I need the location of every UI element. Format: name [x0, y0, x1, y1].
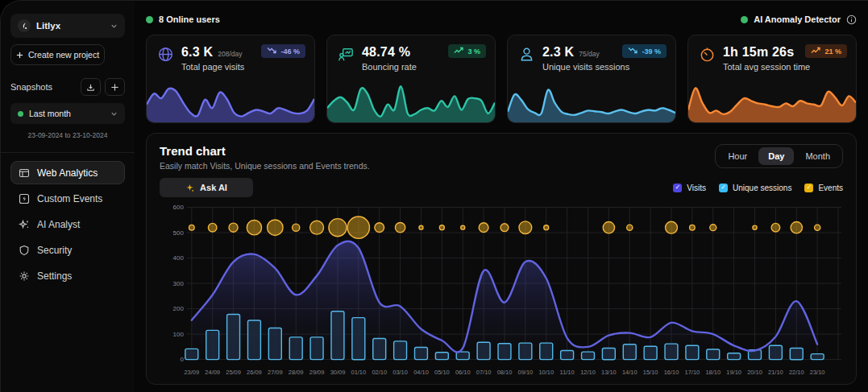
svg-text:18/10: 18/10	[705, 369, 721, 376]
svg-text:600: 600	[173, 204, 185, 211]
sessions-bar	[185, 349, 198, 359]
trend-badge: 21 %	[805, 44, 847, 58]
anomaly-status-dot	[741, 16, 748, 23]
legend-label: Visits	[687, 184, 706, 192]
stat-sparkline	[147, 80, 314, 122]
legend-checkbox[interactable]: ✓	[804, 184, 813, 192]
svg-text:16/10: 16/10	[664, 369, 679, 376]
snapshot-period-select[interactable]: Last month	[10, 103, 125, 124]
trend-chart-area: 0100200300400500600 23/0924/0925/0926/09…	[160, 202, 843, 386]
sidebar-item-security[interactable]: Security	[10, 238, 125, 262]
sessions-bar	[435, 353, 448, 360]
sessions-bar	[268, 328, 281, 359]
events-bubble	[208, 223, 217, 232]
toggle-hour[interactable]: Hour	[718, 147, 757, 165]
stat-value: 48.74 %	[362, 45, 410, 60]
svg-text:06/10: 06/10	[455, 369, 471, 376]
svg-text:27/09: 27/09	[268, 369, 283, 376]
project-name: Litlyx	[36, 21, 105, 31]
sidebar-item-custom-events[interactable]: Custom Events	[10, 187, 125, 210]
svg-text:10/10: 10/10	[538, 369, 554, 376]
svg-text:200: 200	[173, 305, 185, 312]
sessions-bar	[519, 343, 532, 360]
user-icon	[518, 46, 535, 63]
svg-text:05/10: 05/10	[434, 369, 450, 376]
topbar: 8 Online users AI Anomaly Detector	[146, 12, 857, 27]
ask-ai-button[interactable]: Ask AI	[160, 178, 253, 197]
sidebar-item-web-analytics[interactable]: Web Analytics	[10, 161, 125, 184]
stat-title: Total page visits	[181, 62, 244, 72]
add-snapshot-button[interactable]	[105, 78, 125, 96]
trend-badge: -39 %	[622, 44, 667, 58]
svg-text:500: 500	[173, 229, 185, 237]
project-selector[interactable]: Litlyx	[10, 14, 125, 38]
events-bubble	[293, 224, 300, 231]
events-bubble	[310, 221, 324, 234]
events-bubble	[500, 224, 509, 232]
sidebar-item-label: Custom Events	[37, 193, 102, 204]
sessions-bar	[394, 341, 407, 360]
events-bubble	[229, 223, 238, 232]
trend-badge-value: -39 %	[642, 47, 661, 56]
sidebar-item-settings[interactable]: Settings	[10, 264, 125, 287]
svg-text:11/10: 11/10	[560, 369, 575, 376]
stat-title: Unique visits sessions	[542, 62, 629, 72]
svg-text:23/09: 23/09	[184, 369, 199, 376]
event-bolt-icon	[18, 192, 30, 204]
download-icon	[86, 83, 95, 92]
events-bubble	[347, 217, 369, 238]
main-content: 8 Online users AI Anomaly Detector 6.3 K…	[135, 1, 868, 392]
info-icon[interactable]	[846, 14, 857, 25]
trend-badge-value: -46 %	[280, 47, 300, 56]
stat-rate: 208/day	[218, 50, 242, 58]
trend-chart-subtitle: Easily match Visits, Unique sessions and…	[160, 161, 370, 171]
sessions-bar	[707, 349, 720, 360]
legend-checkbox[interactable]: ✓	[673, 184, 682, 192]
sessions-bar	[331, 312, 344, 360]
events-bubble	[329, 219, 347, 237]
legend-item-visits[interactable]: ✓ Visits	[673, 184, 706, 192]
toggle-month[interactable]: Month	[795, 147, 840, 165]
browser-analytics-icon	[18, 167, 30, 179]
sessions-bar	[415, 347, 428, 359]
events-bubble	[815, 225, 820, 230]
svg-text:14/10: 14/10	[622, 369, 638, 376]
trend-badge: 3 %	[448, 44, 486, 58]
sidebar: Litlyx Create new project Snapshots Last…	[1, 1, 135, 392]
create-project-button[interactable]: Create new project	[10, 44, 105, 65]
svg-text:26/09: 26/09	[247, 369, 262, 376]
sessions-bar	[352, 318, 365, 360]
sessions-bar	[498, 344, 511, 360]
events-bubble	[753, 225, 757, 229]
svg-text:28/09: 28/09	[289, 369, 304, 376]
events-bubble	[544, 225, 549, 230]
stat-value: 2.3 K	[542, 45, 574, 60]
svg-text:01/10: 01/10	[351, 369, 367, 376]
legend-item-events[interactable]: ✓ Events	[804, 184, 843, 192]
toggle-day[interactable]: Day	[758, 147, 794, 165]
presentation-icon	[338, 46, 355, 63]
legend-checkbox[interactable]: ✓	[719, 184, 728, 192]
svg-text:29/09: 29/09	[309, 369, 325, 376]
trend-chart-title: Trend chart	[160, 144, 370, 158]
svg-text:04/10: 04/10	[413, 369, 429, 376]
legend-item-unique-sessions[interactable]: ✓ Unique sessions	[719, 184, 791, 192]
svg-text:15/10: 15/10	[643, 369, 658, 376]
events-bubble	[666, 221, 678, 233]
ask-ai-label: Ask AI	[200, 183, 227, 192]
svg-text:0: 0	[180, 356, 184, 363]
stat-card: 6.3 K 208/day Total page visits -46 %	[146, 35, 315, 123]
events-bubble	[439, 225, 444, 230]
svg-text:30/09: 30/09	[330, 369, 346, 376]
save-snapshot-button[interactable]	[81, 78, 101, 96]
sidebar-item-label: AI Analyst	[37, 219, 80, 230]
snapshots-label: Snapshots	[10, 82, 77, 92]
anomaly-label: AI Anomaly Detector	[754, 14, 841, 24]
events-bubble	[461, 225, 465, 229]
stat-value: 1h 15m 26s	[723, 45, 794, 60]
sessions-bar	[686, 345, 699, 359]
sparkles-icon	[18, 218, 30, 230]
events-bubble	[479, 223, 488, 233]
sidebar-item-ai-analyst[interactable]: AI Analyst	[10, 213, 125, 236]
trend-chart-canvas: 0100200300400500600 23/0924/0925/0926/09…	[160, 202, 843, 386]
